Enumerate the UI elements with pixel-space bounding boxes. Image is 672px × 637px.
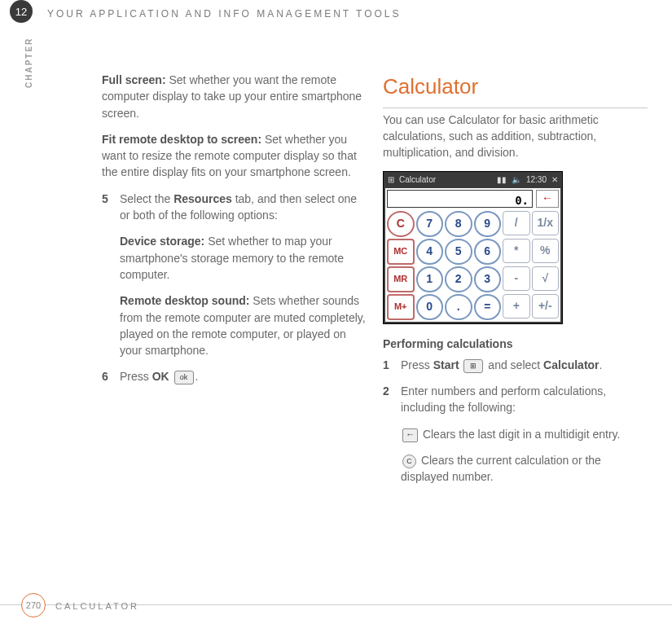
chapter-label: CHAPTER — [24, 37, 33, 88]
calc-key-M: M+ — [387, 294, 415, 320]
step-2-row: 2 Enter numbers and perform calculations… — [383, 383, 648, 416]
backspace-icon: ← — [402, 428, 418, 442]
calculator-keypad: C789/1/xMC456*%MR123-√M+0.=++/- — [385, 209, 560, 322]
calculator-title-text: Calculator — [399, 174, 436, 187]
footer-section-label: CALCULATOR — [55, 601, 139, 611]
step-6-row: 6 Press OK ok. — [102, 368, 367, 384]
calc-key-7: 7 — [416, 211, 444, 237]
calc-key-C: C — [387, 211, 415, 237]
calc-key-: % — [532, 239, 560, 263]
calculator-intro: You can use Calculator for basic arithme… — [383, 112, 648, 161]
paragraph-device-storage: Device storage: Set whether to map your … — [120, 233, 367, 283]
calc-key-MR: MR — [387, 266, 415, 292]
calc-key-6: 6 — [474, 239, 502, 265]
calc-key-5: 5 — [445, 239, 472, 265]
page-footer: 270 CALCULATOR — [0, 593, 672, 619]
step-5-body: Select the Resources tab, and then selec… — [120, 191, 367, 224]
calculator-titlebar: ⊞ Calculator ▮▮ 🔈 12:30 ✕ — [385, 174, 560, 188]
step-2-body: Enter numbers and perform calculations, … — [401, 383, 648, 416]
step-1-mid: and select — [485, 358, 543, 371]
page-header-title: YOUR APPLICATION AND INFO MANAGEMENT TOO… — [47, 8, 402, 20]
calc-key-: = — [474, 294, 502, 320]
icon-line-back: ← Clears the last digit in a multidigit … — [401, 426, 648, 442]
subhead-performing: Performing calculations — [383, 336, 648, 352]
step-5-bold: Resources — [173, 192, 232, 205]
paragraph-full-screen: Full screen: Set whether you want the re… — [102, 72, 367, 121]
step-1-body: Press Start ⊞ and select Calculator. — [401, 357, 648, 373]
icon-line-clear-text: Clears the current calculation or the di… — [401, 454, 601, 483]
windows-flag-icon: ⊞ — [388, 174, 394, 187]
calc-key-1: 1 — [416, 266, 444, 292]
icon-line-back-text: Clears the last digit in a multidigit en… — [419, 428, 620, 441]
step-5-pre: Select the — [120, 192, 173, 205]
step-1-post: . — [600, 358, 603, 371]
step-6-bold: OK — [152, 370, 169, 383]
right-column: Calculator You can use Calculator for ba… — [383, 72, 648, 495]
calc-key-: √ — [532, 266, 560, 291]
speaker-icon: 🔈 — [512, 174, 521, 187]
signal-icon: ▮▮ — [497, 174, 507, 187]
section-heading-calculator: Calculator — [383, 72, 648, 108]
step-6-body: Press OK ok. — [120, 368, 367, 384]
calc-key-2: 2 — [445, 266, 472, 292]
step-number-6: 6 — [102, 368, 120, 384]
page-number-badge: 270 — [21, 593, 46, 617]
calculator-backspace-button: ← — [536, 190, 559, 208]
step-number-5: 5 — [102, 191, 120, 224]
step-1-pre: Press — [401, 358, 433, 371]
label-device-storage: Device storage: — [120, 235, 204, 248]
chapter-number-badge: 12 — [10, 0, 33, 23]
label-fit-remote: Fit remote desktop to screen: — [102, 133, 261, 146]
calc-key-: / — [503, 211, 530, 235]
left-column: Full screen: Set whether you want the re… — [102, 72, 367, 495]
calc-key-: + — [503, 294, 530, 318]
ok-button-icon: ok — [174, 371, 194, 384]
step-1-row: 1 Press Start ⊞ and select Calculator. — [383, 357, 648, 373]
calc-key-: - — [503, 266, 530, 291]
paragraph-remote-sound: Remote desktop sound: Sets whether sound… — [120, 292, 367, 358]
step-1-bold-calc: Calculator — [543, 358, 599, 371]
step-5-row: 5 Select the Resources tab, and then sel… — [102, 191, 367, 224]
calculator-body: 0. ← C789/1/xMC456*%MR123-√M+0.=++/- — [385, 188, 560, 322]
calc-key-9: 9 — [474, 211, 502, 237]
label-full-screen: Full screen: — [102, 73, 166, 86]
calc-key-1x: 1/x — [532, 211, 560, 235]
calc-key-MC: MC — [387, 239, 415, 265]
label-remote-sound: Remote desktop sound: — [120, 294, 249, 307]
calculator-display: 0. — [387, 190, 533, 208]
calc-key-0: 0 — [416, 294, 444, 320]
calculator-figure: ⊞ Calculator ▮▮ 🔈 12:30 ✕ 0. ← C789/1/xM… — [383, 171, 563, 324]
calc-key-: . — [445, 294, 472, 320]
step-number-2: 2 — [383, 383, 401, 416]
calc-key-4: 4 — [416, 239, 444, 265]
calculator-display-row: 0. ← — [385, 188, 560, 209]
clear-icon: C — [402, 455, 416, 468]
calc-key-: +/- — [532, 294, 560, 318]
step-number-1: 1 — [383, 357, 401, 373]
start-button-icon: ⊞ — [463, 359, 483, 373]
icon-line-clear: C Clears the current calculation or the … — [401, 452, 648, 485]
step-1-bold-start: Start — [433, 358, 459, 371]
step-6-pre: Press — [120, 370, 152, 383]
close-icon: ✕ — [551, 174, 558, 187]
content-area: Full screen: Set whether you want the re… — [102, 72, 648, 495]
step-6-post: . — [195, 370, 199, 383]
calc-key-3: 3 — [474, 266, 502, 292]
calc-key-8: 8 — [445, 211, 472, 237]
paragraph-fit-remote: Fit remote desktop to screen: Set whethe… — [102, 131, 367, 181]
calc-key-: * — [503, 239, 530, 263]
clock-text: 12:30 — [526, 174, 547, 187]
